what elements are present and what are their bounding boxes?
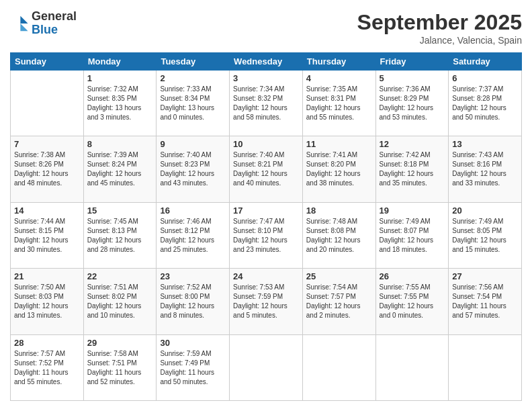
- day-number: 22: [87, 271, 153, 281]
- day-number: 12: [380, 139, 445, 149]
- day-number: 10: [233, 139, 299, 149]
- day-info: Sunrise: 7:43 AM Sunset: 8:16 PM Dayligh…: [452, 150, 518, 188]
- day-info: Sunrise: 7:51 AM Sunset: 8:02 PM Dayligh…: [87, 283, 153, 320]
- calendar-cell: 23Sunrise: 7:52 AM Sunset: 8:00 PM Dayli…: [157, 269, 230, 334]
- calendar-cell: 5Sunrise: 7:36 AM Sunset: 8:29 PM Daylig…: [375, 71, 449, 136]
- calendar-cell: 6Sunrise: 7:37 AM Sunset: 8:28 PM Daylig…: [449, 71, 522, 136]
- day-number: 25: [306, 271, 372, 281]
- day-info: Sunrise: 7:49 AM Sunset: 8:07 PM Dayligh…: [380, 217, 445, 255]
- calendar-cell: [449, 334, 522, 400]
- header-friday: Friday: [375, 53, 449, 71]
- day-info: Sunrise: 7:55 AM Sunset: 7:55 PM Dayligh…: [380, 283, 445, 320]
- logo-text: General Blue: [32, 10, 77, 37]
- header-monday: Monday: [83, 53, 157, 71]
- day-number: 24: [233, 271, 299, 281]
- week-row-5: 28Sunrise: 7:57 AM Sunset: 7:52 PM Dayli…: [11, 334, 522, 400]
- calendar-cell: 2Sunrise: 7:33 AM Sunset: 8:34 PM Daylig…: [157, 71, 230, 136]
- calendar-cell: 24Sunrise: 7:53 AM Sunset: 7:59 PM Dayli…: [230, 269, 303, 334]
- day-info: Sunrise: 7:49 AM Sunset: 8:05 PM Dayligh…: [452, 217, 518, 255]
- day-number: 1: [87, 73, 153, 83]
- calendar-cell: 21Sunrise: 7:50 AM Sunset: 8:03 PM Dayli…: [11, 269, 84, 334]
- header: General Blue September 2025 Jalance, Val…: [10, 10, 522, 46]
- calendar-cell: 9Sunrise: 7:40 AM Sunset: 8:23 PM Daylig…: [157, 136, 230, 202]
- day-number: 21: [14, 271, 80, 281]
- day-info: Sunrise: 7:44 AM Sunset: 8:15 PM Dayligh…: [14, 217, 80, 255]
- calendar-cell: 13Sunrise: 7:43 AM Sunset: 8:16 PM Dayli…: [449, 136, 522, 202]
- day-number: 11: [306, 139, 372, 149]
- day-number: 28: [14, 338, 80, 348]
- day-info: Sunrise: 7:37 AM Sunset: 8:28 PM Dayligh…: [452, 85, 518, 122]
- day-info: Sunrise: 7:54 AM Sunset: 7:57 PM Dayligh…: [306, 283, 372, 320]
- day-info: Sunrise: 7:33 AM Sunset: 8:34 PM Dayligh…: [160, 85, 226, 122]
- day-number: 27: [452, 271, 518, 281]
- header-thursday: Thursday: [302, 53, 375, 71]
- day-number: 15: [87, 205, 153, 216]
- calendar-cell: 10Sunrise: 7:40 AM Sunset: 8:21 PM Dayli…: [230, 136, 303, 202]
- day-info: Sunrise: 7:40 AM Sunset: 8:21 PM Dayligh…: [233, 150, 299, 188]
- day-info: Sunrise: 7:52 AM Sunset: 8:00 PM Dayligh…: [160, 283, 226, 320]
- day-number: 4: [306, 73, 372, 83]
- calendar-header-row: Sunday Monday Tuesday Wednesday Thursday…: [11, 53, 522, 71]
- day-number: 2: [160, 73, 226, 83]
- calendar-cell: 16Sunrise: 7:46 AM Sunset: 8:12 PM Dayli…: [157, 202, 230, 268]
- calendar-cell: [230, 334, 303, 400]
- day-info: Sunrise: 7:41 AM Sunset: 8:20 PM Dayligh…: [306, 150, 372, 188]
- day-info: Sunrise: 7:34 AM Sunset: 8:32 PM Dayligh…: [233, 85, 299, 122]
- calendar-cell: 4Sunrise: 7:35 AM Sunset: 8:31 PM Daylig…: [302, 71, 375, 136]
- day-info: Sunrise: 7:39 AM Sunset: 8:24 PM Dayligh…: [87, 150, 153, 188]
- calendar-cell: 17Sunrise: 7:47 AM Sunset: 8:10 PM Dayli…: [230, 202, 303, 268]
- calendar-cell: 7Sunrise: 7:38 AM Sunset: 8:26 PM Daylig…: [11, 136, 84, 202]
- calendar-cell: 3Sunrise: 7:34 AM Sunset: 8:32 PM Daylig…: [230, 71, 303, 136]
- page: General Blue September 2025 Jalance, Val…: [0, 0, 532, 411]
- calendar-cell: 19Sunrise: 7:49 AM Sunset: 8:07 PM Dayli…: [375, 202, 449, 268]
- calendar-cell: 22Sunrise: 7:51 AM Sunset: 8:02 PM Dayli…: [83, 269, 157, 334]
- week-row-2: 7Sunrise: 7:38 AM Sunset: 8:26 PM Daylig…: [11, 136, 522, 202]
- calendar-cell: [302, 334, 375, 400]
- day-info: Sunrise: 7:57 AM Sunset: 7:52 PM Dayligh…: [14, 349, 80, 387]
- header-wednesday: Wednesday: [230, 53, 303, 71]
- calendar-cell: 14Sunrise: 7:44 AM Sunset: 8:15 PM Dayli…: [11, 202, 84, 268]
- day-number: 19: [380, 205, 445, 216]
- day-info: Sunrise: 7:58 AM Sunset: 7:51 PM Dayligh…: [87, 349, 153, 387]
- day-number: 23: [160, 271, 226, 281]
- calendar-cell: 1Sunrise: 7:32 AM Sunset: 8:35 PM Daylig…: [83, 71, 157, 136]
- calendar-cell: [375, 334, 449, 400]
- day-info: Sunrise: 7:35 AM Sunset: 8:31 PM Dayligh…: [306, 85, 372, 122]
- header-saturday: Saturday: [449, 53, 522, 71]
- day-number: 18: [306, 205, 372, 216]
- week-row-4: 21Sunrise: 7:50 AM Sunset: 8:03 PM Dayli…: [11, 269, 522, 334]
- day-info: Sunrise: 7:53 AM Sunset: 7:59 PM Dayligh…: [233, 283, 299, 320]
- day-info: Sunrise: 7:32 AM Sunset: 8:35 PM Dayligh…: [87, 85, 153, 122]
- day-info: Sunrise: 7:42 AM Sunset: 8:18 PM Dayligh…: [380, 150, 445, 188]
- day-info: Sunrise: 7:56 AM Sunset: 7:54 PM Dayligh…: [452, 283, 518, 320]
- day-number: 7: [14, 139, 80, 149]
- day-number: 30: [160, 338, 226, 348]
- day-number: 3: [233, 73, 299, 83]
- logo-icon: [10, 14, 29, 33]
- day-number: 8: [87, 139, 153, 149]
- day-number: 16: [160, 205, 226, 216]
- header-sunday: Sunday: [11, 53, 84, 71]
- calendar-cell: 15Sunrise: 7:45 AM Sunset: 8:13 PM Dayli…: [83, 202, 157, 268]
- day-info: Sunrise: 7:36 AM Sunset: 8:29 PM Dayligh…: [380, 85, 445, 122]
- calendar-cell: 18Sunrise: 7:48 AM Sunset: 8:08 PM Dayli…: [302, 202, 375, 268]
- day-number: 29: [87, 338, 153, 348]
- calendar-cell: [11, 71, 84, 136]
- day-number: 9: [160, 139, 226, 149]
- calendar-cell: 28Sunrise: 7:57 AM Sunset: 7:52 PM Dayli…: [11, 334, 84, 400]
- calendar-table: Sunday Monday Tuesday Wednesday Thursday…: [10, 52, 522, 401]
- calendar-cell: 27Sunrise: 7:56 AM Sunset: 7:54 PM Dayli…: [449, 269, 522, 334]
- day-number: 13: [452, 139, 518, 149]
- day-number: 5: [380, 73, 445, 83]
- day-number: 17: [233, 205, 299, 216]
- day-info: Sunrise: 7:40 AM Sunset: 8:23 PM Dayligh…: [160, 150, 226, 188]
- week-row-3: 14Sunrise: 7:44 AM Sunset: 8:15 PM Dayli…: [11, 202, 522, 268]
- day-info: Sunrise: 7:38 AM Sunset: 8:26 PM Dayligh…: [14, 150, 80, 188]
- calendar-cell: 11Sunrise: 7:41 AM Sunset: 8:20 PM Dayli…: [302, 136, 375, 202]
- calendar-cell: 12Sunrise: 7:42 AM Sunset: 8:18 PM Dayli…: [375, 136, 449, 202]
- day-number: 26: [380, 271, 445, 281]
- day-info: Sunrise: 7:47 AM Sunset: 8:10 PM Dayligh…: [233, 217, 299, 255]
- title-section: September 2025 Jalance, Valencia, Spain: [357, 10, 522, 46]
- day-info: Sunrise: 7:48 AM Sunset: 8:08 PM Dayligh…: [306, 217, 372, 255]
- day-info: Sunrise: 7:50 AM Sunset: 8:03 PM Dayligh…: [14, 283, 80, 320]
